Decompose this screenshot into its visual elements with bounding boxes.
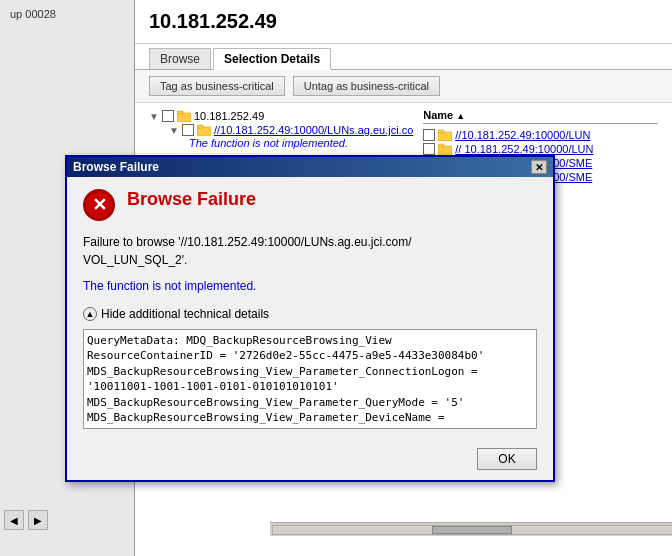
details-toggle[interactable]: ▲ Hide additional technical details: [83, 307, 537, 321]
dialog-title: Browse Failure: [73, 160, 159, 174]
dialog-message: Failure to browse '//10.181.252.49:10000…: [83, 233, 537, 269]
dialog-function-message: The function is not implemented.: [83, 279, 537, 293]
ok-button[interactable]: OK: [477, 448, 537, 470]
technical-details-textarea[interactable]: [83, 329, 537, 429]
dialog-body: ✕ Browse Failure Failure to browse '//10…: [67, 177, 553, 440]
details-arrow-icon: ▲: [83, 307, 97, 321]
dialog-heading: Browse Failure: [127, 189, 256, 210]
dialog-close-button[interactable]: ✕: [531, 160, 547, 174]
browse-failure-dialog: Browse Failure ✕ ✕ Browse Failure Failur…: [65, 155, 555, 482]
dialog-footer: OK: [67, 440, 553, 480]
error-icon: ✕: [83, 189, 115, 221]
dialog-titlebar: Browse Failure ✕: [67, 157, 553, 177]
dialog-header-row: ✕ Browse Failure: [83, 189, 537, 221]
details-toggle-label: Hide additional technical details: [101, 307, 269, 321]
